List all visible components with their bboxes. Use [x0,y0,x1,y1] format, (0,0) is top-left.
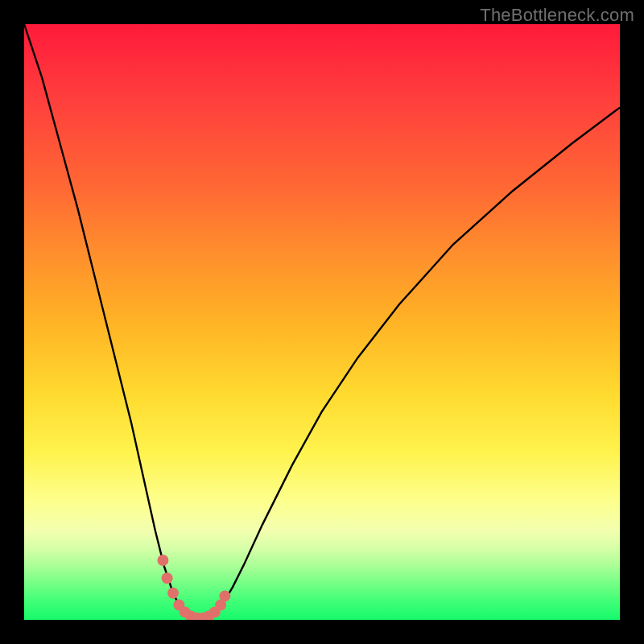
watermark-text: TheBottleneck.com [480,5,634,26]
marker-dot [157,555,168,566]
bottleneck-curve [24,24,620,620]
chart-plot-area [24,24,620,620]
outer-frame: TheBottleneck.com [0,0,644,644]
marker-dot [162,572,173,584]
curve-markers [157,555,230,620]
marker-dot [167,588,179,599]
curve-line [24,24,620,618]
marker-dot [219,590,230,601]
